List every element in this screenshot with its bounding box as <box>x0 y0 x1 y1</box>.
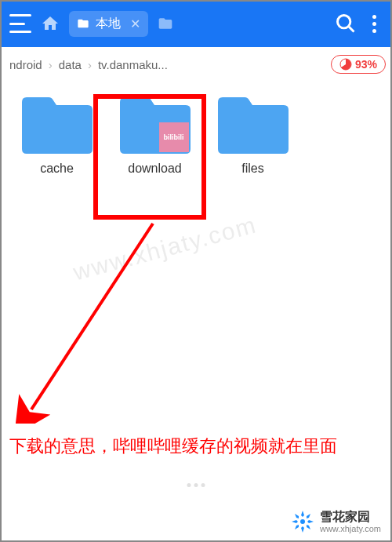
folder-download[interactable]: bilibili download <box>118 97 192 176</box>
folder-label: cache <box>40 162 74 176</box>
logo-url: www.xhjaty.com <box>320 524 381 533</box>
more-icon[interactable] <box>366 12 383 36</box>
svg-point-0 <box>338 16 350 28</box>
app-header: 本地 ✕ <box>0 0 392 47</box>
svg-line-1 <box>349 27 354 32</box>
pie-chart-icon <box>339 58 352 71</box>
folder-files[interactable]: files <box>216 97 290 176</box>
snowflake-icon <box>290 509 315 534</box>
svg-line-3 <box>31 224 153 409</box>
new-tab-icon[interactable] <box>158 16 173 31</box>
tab-label: 本地 <box>96 16 121 32</box>
folder-label: download <box>128 162 182 176</box>
folder-icon <box>77 17 89 30</box>
folder-icon <box>22 97 93 154</box>
folder-grid: cache bilibili download files <box>0 82 392 191</box>
home-icon[interactable] <box>41 14 60 33</box>
folder-label: files <box>241 162 263 176</box>
breadcrumb-item[interactable]: data <box>56 56 85 73</box>
chevron-right-icon: › <box>88 58 92 71</box>
search-icon[interactable] <box>335 13 357 35</box>
tab-local[interactable]: 本地 ✕ <box>69 11 148 37</box>
storage-percent: 93% <box>355 58 377 71</box>
breadcrumb-item[interactable]: tv.danmaku... <box>95 56 171 73</box>
storage-badge[interactable]: 93% <box>331 55 386 74</box>
folder-icon <box>218 97 289 154</box>
breadcrumb-item[interactable]: ndroid <box>6 56 45 73</box>
logo-title: 雪花家园 <box>320 510 381 524</box>
folder-icon: bilibili <box>120 97 191 154</box>
bilibili-icon: bilibili <box>159 122 189 152</box>
menu-icon[interactable] <box>9 14 31 33</box>
drag-handle-icon <box>187 483 205 487</box>
annotation-text: 下载的意思，哔哩哔哩缓存的视频就在里面 <box>9 433 383 459</box>
chevron-right-icon: › <box>49 58 53 71</box>
breadcrumb: ndroid › data › tv.danmaku... 93% <box>0 47 392 82</box>
watermark: www.xhjaty.com <box>71 211 260 286</box>
close-icon[interactable]: ✕ <box>130 16 140 31</box>
source-logo: 雪花家园 www.xhjaty.com <box>290 509 381 534</box>
folder-cache[interactable]: cache <box>20 97 94 176</box>
svg-point-4 <box>300 519 305 524</box>
annotation-arrow <box>16 220 188 424</box>
